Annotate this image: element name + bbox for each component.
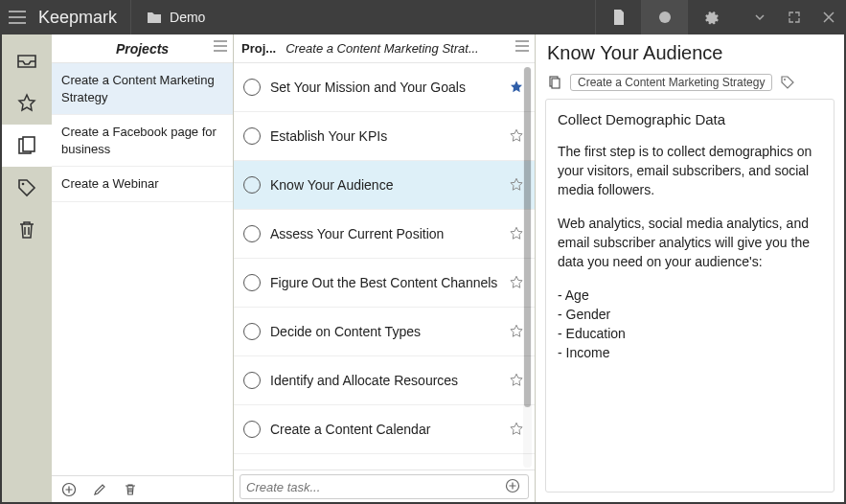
- svg-point-8: [784, 79, 786, 80]
- settings-button[interactable]: [687, 0, 733, 34]
- app-brand: Keepmark: [34, 8, 130, 28]
- breadcrumb-root[interactable]: Proj...: [241, 41, 276, 56]
- workspace: Projects Create a Content Marketing Stra…: [0, 34, 846, 504]
- task-checkbox[interactable]: [243, 225, 261, 242]
- task-item[interactable]: Figure Out the Best Content Channels: [234, 259, 535, 308]
- content-heading: Collect Demographic Data: [558, 109, 822, 130]
- detail-title: Know Your Audience: [547, 42, 833, 64]
- inbox-icon: [15, 50, 38, 73]
- copy-icon: [547, 75, 562, 90]
- document-icon: [612, 10, 626, 25]
- content-list-item: - Education: [558, 324, 822, 343]
- copy-button[interactable]: [547, 75, 562, 90]
- project-tag-chip[interactable]: Create a Content Marketing Strategy: [570, 74, 772, 91]
- project-label: Create a Webinar: [61, 176, 159, 191]
- project-label: Create a Facebook page for business: [61, 125, 217, 156]
- projects-icon: [15, 134, 38, 157]
- folder-icon: [147, 11, 162, 24]
- plus-circle-icon: [61, 482, 77, 497]
- chevron-down-icon: [753, 11, 766, 24]
- tag-icon: [15, 176, 38, 199]
- task-checkbox[interactable]: [243, 127, 261, 145]
- task-item[interactable]: Identify and Allocate Resources: [234, 356, 535, 405]
- delete-project-button[interactable]: [117, 478, 144, 501]
- content-paragraph: Web analytics, social media analytics, a…: [558, 214, 822, 272]
- trash-icon: [15, 218, 38, 241]
- task-checkbox[interactable]: [243, 274, 261, 291]
- title-bar: Keepmark Demo: [0, 0, 846, 34]
- task-item[interactable]: Assess Your Current Position: [234, 210, 535, 259]
- task-item[interactable]: Create a Content Calendar: [234, 405, 535, 454]
- content-list-item: - Age: [558, 286, 822, 305]
- nav-favorites[interactable]: [2, 82, 52, 125]
- trash-icon: [123, 482, 138, 497]
- workspace-label: Demo: [170, 10, 205, 25]
- task-label: Identify and Allocate Resources: [270, 373, 498, 388]
- project-label: Create a Content Marketing Strategy: [61, 73, 215, 104]
- nav-rail: [2, 34, 52, 502]
- maximize-button[interactable]: [777, 0, 812, 34]
- nav-tags[interactable]: [2, 167, 52, 209]
- plus-circle-icon: [505, 478, 520, 493]
- add-project-button[interactable]: [56, 478, 82, 501]
- close-icon: [823, 11, 835, 23]
- project-item[interactable]: Create a Webinar: [52, 167, 233, 202]
- projects-list: Create a Content Marketing Strategy Crea…: [52, 63, 233, 475]
- menu-lines-icon: [214, 40, 227, 52]
- detail-tags-row: Create a Content Marketing Strategy: [536, 70, 844, 99]
- menu-button[interactable]: [0, 0, 34, 34]
- svg-point-0: [659, 11, 671, 23]
- projects-footer: [52, 475, 233, 502]
- topbar-right: [595, 0, 733, 34]
- task-label: Figure Out the Best Content Channels: [270, 275, 498, 290]
- document-button[interactable]: [595, 0, 641, 34]
- content-paragraph: The first step is to collect demographic…: [558, 142, 822, 200]
- edit-project-button[interactable]: [86, 478, 113, 501]
- tasks-scrollbar[interactable]: [523, 67, 532, 468]
- minimize-button[interactable]: [743, 0, 777, 34]
- close-button[interactable]: [812, 0, 846, 34]
- task-label: Set Your Mission and Your Goals: [270, 80, 498, 95]
- breadcrumb-current: Create a Content Marketing Strat...: [286, 41, 479, 56]
- task-label: Decide on Content Types: [270, 324, 498, 339]
- svg-rect-7: [552, 79, 560, 88]
- task-item[interactable]: Decide on Content Types: [234, 308, 535, 356]
- task-item[interactable]: Set Your Mission and Your Goals: [234, 63, 535, 112]
- scrollbar-thumb[interactable]: [524, 67, 531, 407]
- task-checkbox[interactable]: [243, 323, 261, 340]
- projects-menu-button[interactable]: [214, 40, 227, 52]
- nav-inbox[interactable]: [2, 40, 52, 82]
- task-item[interactable]: Know Your Audience: [234, 161, 535, 210]
- task-checkbox[interactable]: [243, 79, 261, 96]
- task-checkbox[interactable]: [243, 176, 261, 194]
- add-tag-button[interactable]: [780, 75, 795, 90]
- task-label: Establish Your KPIs: [270, 128, 498, 144]
- project-item[interactable]: Create a Facebook page for business: [52, 115, 233, 167]
- task-checkbox[interactable]: [243, 372, 261, 389]
- workspace-tab[interactable]: Demo: [130, 0, 220, 34]
- projects-title: Projects: [116, 41, 169, 57]
- record-button[interactable]: [641, 0, 687, 34]
- project-item[interactable]: Create a Content Marketing Strategy: [52, 63, 233, 115]
- tasks-menu-button[interactable]: [515, 40, 529, 52]
- create-task-submit[interactable]: [505, 478, 522, 495]
- nav-projects[interactable]: [2, 125, 52, 167]
- create-task-field[interactable]: [240, 474, 529, 499]
- task-item[interactable]: Establish Your KPIs: [234, 112, 535, 161]
- svg-point-3: [22, 183, 25, 186]
- tag-icon: [780, 75, 795, 90]
- menu-lines-icon: [515, 40, 529, 52]
- create-task-input[interactable]: [246, 480, 505, 494]
- task-checkbox[interactable]: [243, 421, 261, 438]
- hamburger-icon: [9, 11, 26, 24]
- nav-trash[interactable]: [2, 209, 52, 251]
- detail-header: Know Your Audience: [536, 34, 844, 70]
- content-list-item: - Income: [558, 343, 822, 362]
- tasks-panel: Proj... Create a Content Marketing Strat…: [234, 34, 536, 502]
- tasks-list: Set Your Mission and Your Goals Establis…: [234, 63, 535, 470]
- projects-header: Projects: [52, 34, 233, 63]
- projects-panel: Projects Create a Content Marketing Stra…: [52, 34, 234, 502]
- detail-panel: Know Your Audience Create a Content Mark…: [536, 34, 844, 502]
- detail-content[interactable]: Collect Demographic Data The first step …: [545, 99, 835, 493]
- tasks-footer: [234, 470, 535, 502]
